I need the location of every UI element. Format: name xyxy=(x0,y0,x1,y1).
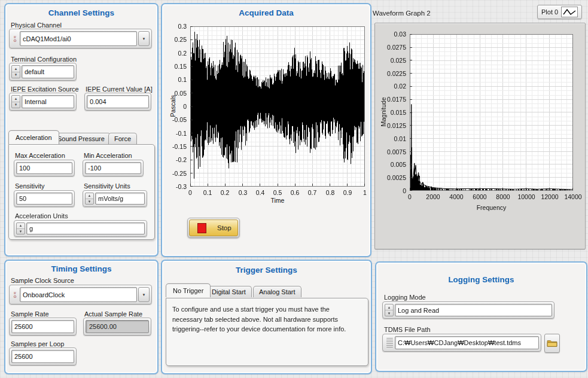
logging-settings-title: Logging Settings xyxy=(376,275,586,284)
browse-folder-button[interactable] xyxy=(544,334,560,353)
logging-mode-spinner[interactable]: ▲▼ xyxy=(385,304,394,316)
decrement-icon[interactable]: ▼ xyxy=(12,72,20,78)
io-name-icon: I/O xyxy=(11,287,19,302)
max-accel-input[interactable] xyxy=(17,164,72,172)
waveform-graph2-area: Waveform Graph 2 Plot 0 Magnitude Freque… xyxy=(371,0,588,257)
sensitivity-units-label: Sensitivity Units xyxy=(84,182,130,190)
y-tick-label: 0.0175 xyxy=(375,96,406,103)
accel-units-spinner[interactable]: ▲▼ xyxy=(16,222,25,234)
min-accel-control[interactable] xyxy=(83,160,144,176)
tab-sound-pressure[interactable]: Sound Pressure xyxy=(51,133,111,144)
x-axis-label-frequency: Frequency xyxy=(410,204,573,211)
samples-per-loop-input[interactable] xyxy=(12,352,74,361)
plot0-legend[interactable]: Plot 0 xyxy=(537,5,582,19)
increment-icon[interactable]: ▲ xyxy=(12,66,20,72)
logging-mode-label: Logging Mode xyxy=(384,294,426,301)
stop-icon xyxy=(197,223,206,233)
y-tick-label: 0.05 xyxy=(162,90,187,97)
increment-icon[interactable]: ▲ xyxy=(86,193,93,199)
stop-button[interactable]: Stop xyxy=(189,220,238,236)
plot0-legend-label: Plot 0 xyxy=(541,8,558,16)
logging-mode-input[interactable] xyxy=(395,306,552,315)
tab-no-trigger[interactable]: No Trigger xyxy=(166,284,211,297)
physical-channel-input[interactable] xyxy=(20,35,136,43)
sensitivity-units-control[interactable]: ▲▼ xyxy=(83,190,147,207)
tdms-path-control[interactable] xyxy=(382,334,541,352)
y-tick-label: 0.25 xyxy=(162,36,187,43)
sample-clock-combo[interactable]: I/O ▼ xyxy=(9,285,152,304)
y-tick-label: 0.0275 xyxy=(375,44,406,51)
terminal-config-control[interactable]: ▲▼ xyxy=(9,63,77,81)
decrement-icon[interactable]: ▼ xyxy=(12,102,20,108)
stop-button-bezel: Stop xyxy=(187,218,240,238)
tab-digital-start[interactable]: Digital Start xyxy=(206,286,252,297)
y-tick-label: 0.15 xyxy=(162,63,187,70)
io-name-icon: I/O xyxy=(11,31,19,46)
frequency-canvas xyxy=(410,34,573,191)
increment-icon[interactable]: ▲ xyxy=(385,304,393,310)
iepe-source-input[interactable] xyxy=(22,97,74,106)
accel-units-input[interactable] xyxy=(27,224,144,233)
tab-force[interactable]: Force xyxy=(108,133,137,144)
accel-units-label: Acceleration Units xyxy=(15,212,68,220)
tab-analog-start[interactable]: Analog Start xyxy=(253,286,301,297)
iepe-current-control[interactable] xyxy=(84,93,151,111)
min-accel-label: Min Acceleration xyxy=(84,152,132,159)
y-tick-label: -0.1 xyxy=(162,130,187,137)
sensitivity-input[interactable] xyxy=(17,194,72,203)
physical-channel-combo[interactable]: I/O ▼ xyxy=(9,29,152,48)
sample-rate-input[interactable] xyxy=(12,322,74,331)
actual-sample-rate-value: 25600.00 xyxy=(86,320,149,333)
increment-icon[interactable]: ▲ xyxy=(12,96,20,102)
sample-clock-input[interactable] xyxy=(20,291,136,299)
iepe-current-input[interactable] xyxy=(87,97,148,106)
y-tick-label: 0.0125 xyxy=(375,122,406,129)
y-tick-label: -0.15 xyxy=(162,143,187,150)
trigger-settings-title: Trigger Settings xyxy=(162,266,371,275)
terminal-config-label: Terminal Configuration xyxy=(11,56,77,63)
y-tick-label: 0.1 xyxy=(162,76,187,83)
samples-per-loop-control[interactable] xyxy=(9,347,77,365)
labview-front-panel: Channel Settings Physical Channel I/O ▼ … xyxy=(0,0,588,378)
plot0-line-style-icon[interactable] xyxy=(561,7,578,17)
time-domain-canvas xyxy=(190,26,365,187)
tdms-path-input[interactable] xyxy=(395,339,538,347)
iepe-source-control[interactable]: ▲▼ xyxy=(9,93,77,111)
actual-sample-rate-label: Actual Sample Rate xyxy=(84,310,142,318)
y-tick-label: 0.0225 xyxy=(375,70,406,77)
max-accel-control[interactable] xyxy=(14,160,75,176)
decrement-icon[interactable]: ▼ xyxy=(86,199,93,205)
accel-units-control[interactable]: ▲▼ xyxy=(14,220,147,237)
chevron-down-icon: ▼ xyxy=(142,293,146,297)
y-tick-label: 0.03 xyxy=(375,31,406,38)
decrement-icon[interactable]: ▼ xyxy=(385,310,393,316)
y-tick-label: 0.0075 xyxy=(375,148,406,156)
waveform-graph2-label: Waveform Graph 2 xyxy=(373,10,431,17)
y-tick-label: 0.2 xyxy=(162,50,187,57)
iepe-source-label: IEPE Excitation Source xyxy=(11,86,79,93)
physical-channel-field[interactable] xyxy=(20,31,137,46)
sample-clock-dropdown-button[interactable]: ▼ xyxy=(138,287,150,302)
increment-icon[interactable]: ▲ xyxy=(17,223,25,229)
physical-channel-dropdown-button[interactable]: ▼ xyxy=(138,31,150,46)
timing-settings-title: Timing Settings xyxy=(5,264,157,273)
sample-clock-source-label: Sample Clock Source xyxy=(11,277,74,284)
terminal-config-spinner[interactable]: ▲▼ xyxy=(11,65,20,78)
actual-sample-rate-indicator: 25600.00 xyxy=(83,318,151,336)
min-accel-input[interactable] xyxy=(86,164,141,172)
time-domain-plot xyxy=(190,26,365,187)
waveform-graph2-container: Magnitude Frequency 00.00250.0050.00750.… xyxy=(374,23,586,249)
decrement-icon[interactable]: ▼ xyxy=(17,229,25,234)
tdms-file-path-label: TDMS File Path xyxy=(384,326,431,333)
sensitivity-units-input[interactable] xyxy=(96,194,144,203)
tab-acceleration[interactable]: Acceleration xyxy=(8,130,59,144)
sample-rate-control[interactable] xyxy=(9,318,77,336)
sensitivity-control[interactable] xyxy=(14,190,75,207)
iepe-source-spinner[interactable]: ▲▼ xyxy=(11,95,20,108)
sensitivity-units-spinner[interactable]: ▲▼ xyxy=(85,193,94,205)
terminal-config-input[interactable] xyxy=(22,68,74,76)
logging-mode-control[interactable]: ▲▼ xyxy=(382,301,555,319)
y-tick-label: 0.005 xyxy=(375,161,406,168)
sensitivity-label: Sensitivity xyxy=(15,182,45,190)
x-axis-label-time: Time xyxy=(190,197,365,204)
